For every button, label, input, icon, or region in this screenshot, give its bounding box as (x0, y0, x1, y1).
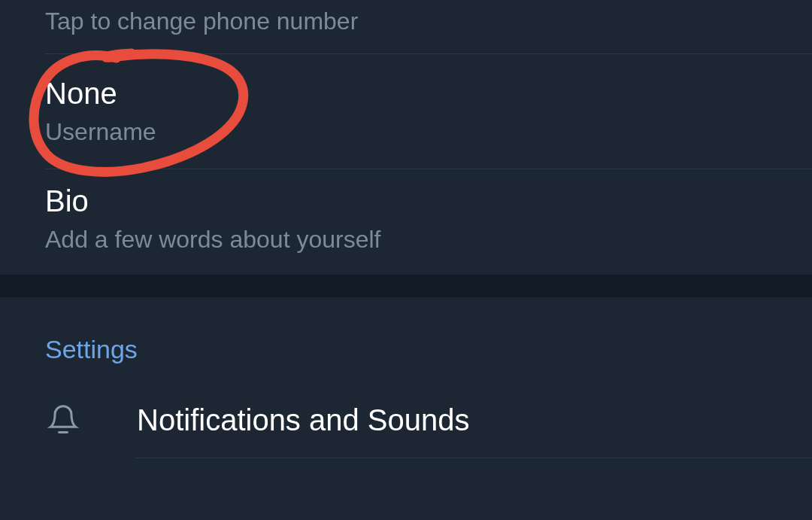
phone-hint-text: Tap to change phone number (45, 8, 358, 35)
section-gap (0, 275, 812, 297)
settings-item-label: Notifications and Sounds (137, 403, 470, 437)
divider (135, 458, 812, 458)
username-row[interactable]: None Username (0, 54, 812, 169)
bell-icon (45, 402, 81, 438)
phone-number-row[interactable]: Tap to change phone number (0, 0, 812, 53)
settings-section-header: Settings (0, 297, 812, 387)
settings-item-notifications[interactable]: Notifications and Sounds (0, 387, 812, 458)
bio-title: Bio (45, 184, 767, 218)
username-label: Username (45, 118, 767, 146)
bio-hint: Add a few words about yourself (45, 226, 767, 254)
username-value: None (45, 77, 767, 111)
bio-row[interactable]: Bio Add a few words about yourself (0, 169, 812, 275)
